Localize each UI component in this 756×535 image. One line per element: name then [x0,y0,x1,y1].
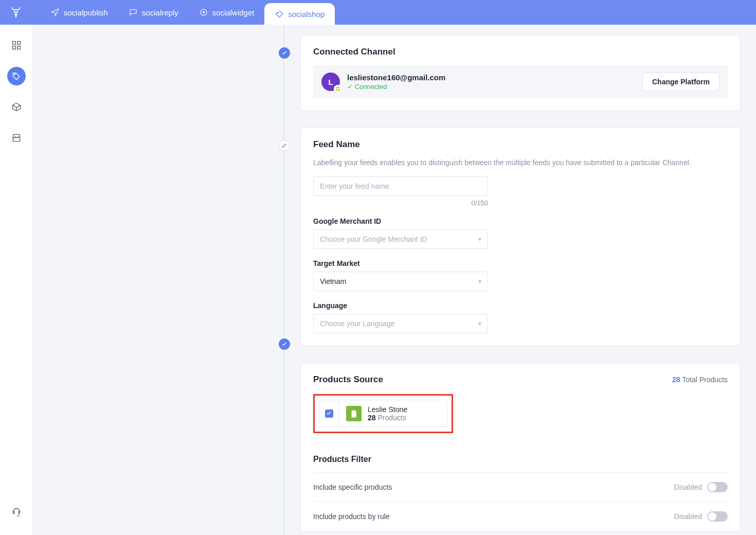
source-row[interactable]: Leslie Stone 28 Products [319,400,447,427]
merchant-label: Google Merchant ID [313,217,728,225]
channel-status: ✓ Connected [347,83,445,91]
card-title: Connected Channel [313,47,728,57]
channel-text: lesliestone160@gmail.com ✓ Connected [347,73,445,91]
products-source-card: Products Source 28 Total Products Leslie… [300,363,741,531]
feed-description: Labelling your feeds enables you to dist… [313,158,728,168]
sidebar-dashboard[interactable] [7,36,26,55]
step-edit-icon [279,140,290,151]
chevron-down-icon: ▾ [478,278,481,285]
toggle-specific[interactable] [707,482,728,492]
nav-label: socialshop [288,10,325,19]
nav-label: socialpublish [64,8,108,17]
svg-point-2 [278,12,279,13]
market-select[interactable]: Vietnam ▾ [313,272,488,291]
select-value: Vietnam [320,277,346,286]
step-check-icon [279,338,290,350]
svg-rect-4 [17,42,20,45]
nav-socialpublish[interactable]: socialpublish [40,0,118,25]
avatar: L G [321,73,340,91]
source-count: 28 Products [368,414,407,422]
svg-rect-3 [12,42,15,45]
top-nav: socialpublish socialreply socialwidget s… [0,0,756,25]
tag-icon [275,9,284,19]
svg-point-1 [203,12,204,13]
nav-label: socialreply [142,8,178,17]
filter-by-rule: Include products by rule Disabled [313,502,728,531]
checkbox-checked-icon [325,409,333,418]
feed-name-card: Feed Name Labelling your feeds enables y… [300,128,741,346]
language-label: Language [313,301,728,310]
products-filter-heading: Products Filter [313,447,728,472]
target-icon [199,8,208,17]
channel-box: L G lesliestone160@gmail.com ✓ Connected… [313,65,728,98]
chat-icon [129,8,138,17]
toggle-rule[interactable] [707,511,728,522]
avatar-letter: L [328,78,333,86]
brand-logo-icon [9,0,23,25]
channel-email: lesliestone160@gmail.com [347,73,445,82]
source-body: Leslie Stone 28 Products [339,400,447,427]
nav-socialwidget[interactable]: socialwidget [189,0,265,25]
change-platform-button[interactable]: Change Platform [642,73,719,91]
google-badge-icon: G [334,85,342,93]
connected-channel-card: Connected Channel L G lesliestone160@gma… [300,35,741,111]
svg-point-7 [14,74,15,75]
nav-socialshop[interactable]: socialshop [264,3,335,25]
filter-label: Include specific products [313,483,392,491]
source-name: Leslie Stone [368,405,407,414]
card-title: Feed Name [313,139,728,150]
toggle-state: Disabled [674,483,702,491]
step-check-icon [279,47,290,59]
market-label: Target Market [313,259,728,268]
char-counter: 0/150 [313,199,488,207]
total-products: 28 Total Products [672,376,728,384]
chevron-down-icon: ▾ [478,236,481,243]
language-select[interactable]: Choose your Language ▾ [313,314,488,333]
feed-name-input[interactable] [313,176,488,196]
svg-rect-6 [17,46,20,49]
filter-label: Include products by rule [313,512,390,521]
stepper-line [283,25,284,535]
merchant-select[interactable]: Choose your Google Merchant ID ▾ [313,229,488,249]
nav-socialreply[interactable]: socialreply [118,0,189,25]
nav-label: socialwidget [212,8,255,17]
select-placeholder: Choose your Language [320,319,395,328]
toggle-state: Disabled [674,512,702,521]
sidebar-feeds[interactable] [7,67,26,85]
shopify-icon [346,406,362,421]
sidebar-support[interactable] [7,503,26,522]
sidebar-store[interactable] [7,129,26,147]
filter-specific-products: Include specific products Disabled [313,472,728,502]
plane-icon [50,8,60,17]
svg-rect-5 [12,46,15,49]
chevron-down-icon: ▾ [478,320,481,327]
sidebar-products[interactable] [7,98,26,116]
main-content: Connected Channel L G lesliestone160@gma… [33,25,756,535]
left-sidebar [0,25,33,535]
select-placeholder: Choose your Google Merchant ID [320,235,427,243]
card-title: Products Source [313,374,383,385]
highlighted-source: Leslie Stone 28 Products [313,394,453,433]
source-checkbox-area[interactable] [319,400,339,427]
